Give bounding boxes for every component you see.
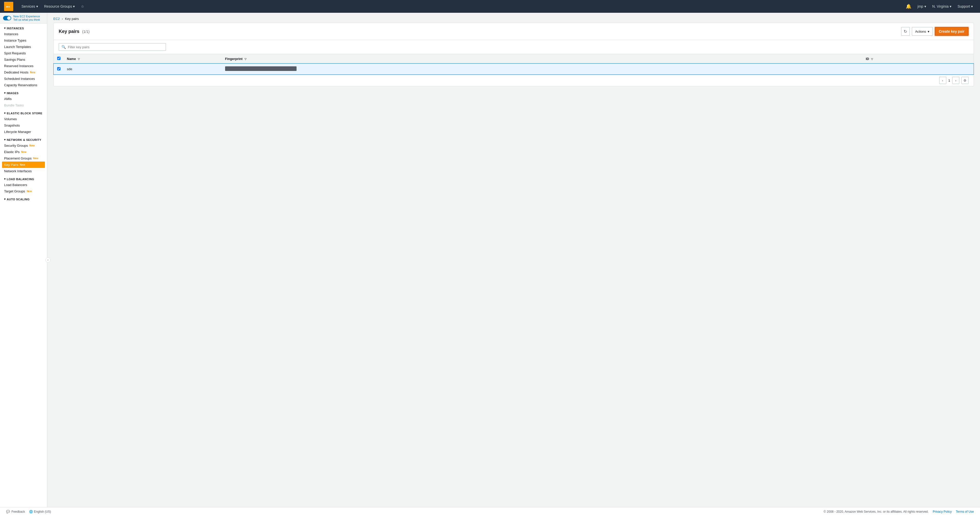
sidebar-item-instance-types[interactable]: Instance Types (0, 37, 47, 44)
footer-right: © 2008 - 2020, Amazon Web Services, Inc.… (824, 510, 974, 513)
breadcrumb-ec2-link[interactable]: EC2 (53, 17, 60, 21)
main-layout: New EC2 Experience Tell us what you thin… (0, 13, 980, 507)
language-selector[interactable]: 🌐 English (US) (29, 510, 51, 513)
aws-logo[interactable]: aws (4, 2, 13, 11)
sidebar-item-key-pairs[interactable]: Key PairsNew (2, 162, 45, 168)
privacy-policy-link[interactable]: Privacy Policy (933, 510, 952, 513)
refresh-button[interactable]: ↻ (901, 27, 910, 36)
favorites-button[interactable]: ☆ (78, 0, 87, 13)
search-input[interactable] (68, 45, 163, 49)
sidebar-item-reserved-instances[interactable]: Reserved Instances (0, 63, 47, 69)
create-key-pair-button[interactable]: Create key pair (935, 27, 969, 36)
sidebar-item-volumes[interactable]: Volumes (0, 116, 47, 122)
select-all-checkbox[interactable] (57, 57, 60, 60)
support-chevron-icon: ▾ (971, 4, 973, 8)
sidebar-item-scheduled-instances[interactable]: Scheduled Instances (0, 76, 47, 82)
sidebar-item-launch-templates[interactable]: Launch Templates (0, 44, 47, 50)
sidebar-item-placement-groups[interactable]: Placement GroupsNew (0, 155, 47, 162)
breadcrumb-separator: › (62, 17, 63, 21)
table-settings-button[interactable]: ⚙ (961, 77, 969, 84)
sidebar-section-images[interactable]: ▾ IMAGES (0, 88, 47, 96)
name-sort-icon: ▽ (78, 58, 80, 61)
table-wrap: Name ▽ Fingerprint ▽ ID ▽ (54, 54, 974, 75)
chevron-down-icon: ▾ (4, 91, 6, 95)
region-menu[interactable]: N. Virginia ▾ (929, 0, 955, 13)
footer: 💬 Feedback 🌐 English (US) © 2008 - 2020,… (0, 507, 980, 516)
row-checkbox-cell (54, 64, 64, 75)
fingerprint-redacted (225, 66, 297, 71)
name-column-header[interactable]: Name ▽ (64, 54, 222, 64)
sidebar-item-bundle-tasks[interactable]: Bundle Tasks (0, 102, 47, 108)
footer-left: 💬 Feedback 🌐 English (US) (6, 510, 51, 513)
sidebar-section-auto-scaling[interactable]: ▾ AUTO SCALING (0, 194, 47, 202)
chevron-down-icon: ▾ (4, 197, 6, 201)
panel-actions: ↻ Actions ▾ Create key pair (901, 27, 969, 36)
sidebar-item-savings-plans[interactable]: Savings Plans (0, 56, 47, 63)
select-all-header (54, 54, 64, 64)
chevron-down-icon: ▾ (4, 177, 6, 181)
sidebar-collapse-button[interactable]: ‹ (45, 258, 51, 263)
table-row[interactable]: sde (54, 64, 974, 75)
panel-header: Key pairs (1/1) ↻ Actions ▾ Create key p… (54, 23, 974, 40)
fingerprint-sort-icon: ▽ (245, 58, 247, 61)
notifications-button[interactable]: 🔔 (903, 0, 915, 13)
copyright-text: © 2008 - 2020, Amazon Web Services, Inc.… (824, 510, 928, 513)
sidebar-item-lifecycle-manager[interactable]: Lifecycle Manager (0, 129, 47, 135)
breadcrumb: EC2 › Key pairs (47, 13, 980, 23)
sidebar-section-instances[interactable]: ▾ INSTANCES (0, 24, 47, 31)
sidebar-item-load-balancers[interactable]: Load Balancers (0, 182, 47, 188)
key-pairs-panel: Key pairs (1/1) ↻ Actions ▾ Create key p… (53, 23, 974, 86)
star-icon: ☆ (81, 4, 84, 8)
toggle-switch-icon (3, 16, 11, 21)
next-page-button[interactable]: › (952, 77, 959, 84)
sidebar-item-instances[interactable]: Instances (0, 31, 47, 37)
resource-groups-chevron-icon: ▾ (73, 4, 75, 8)
sidebar-item-target-groups[interactable]: Target GroupsNew (0, 188, 47, 194)
resource-groups-menu[interactable]: Resource Groups ▾ (41, 0, 78, 13)
actions-chevron-icon: ▾ (928, 30, 929, 33)
sidebar-item-elastic-ips[interactable]: Elastic IPsNew (0, 149, 47, 155)
table-header: Name ▽ Fingerprint ▽ ID ▽ (54, 54, 974, 64)
sidebar-item-network-interfaces[interactable]: Network Interfaces (0, 168, 47, 174)
refresh-icon: ↻ (904, 29, 907, 34)
sidebar-item-amis[interactable]: AMIs (0, 96, 47, 102)
globe-icon: 🌐 (29, 510, 33, 513)
search-bar: 🔍 (54, 40, 974, 54)
sidebar-section-network-security[interactable]: ▾ NETWORK & SECURITY (0, 135, 47, 142)
services-chevron-icon: ▾ (36, 4, 38, 8)
prev-page-button[interactable]: ‹ (939, 77, 946, 84)
row-checkbox[interactable] (57, 67, 60, 70)
top-navigation: aws Services ▾ Resource Groups ▾ ☆ 🔔 jmp… (0, 0, 980, 13)
fingerprint-column-header[interactable]: Fingerprint ▽ (222, 54, 863, 64)
panel-count: (1/1) (82, 30, 89, 34)
new-experience-toggle[interactable]: New EC2 Experience Tell us what you thin… (0, 13, 47, 24)
sidebar-item-spot-requests[interactable]: Spot Requests (0, 50, 47, 56)
panel-title: Key pairs (1/1) (59, 29, 898, 34)
feedback-button[interactable]: 💬 Feedback (6, 510, 25, 513)
aws-logo-icon: aws (4, 2, 13, 11)
actions-button[interactable]: Actions ▾ (912, 27, 933, 36)
prev-page-icon: ‹ (942, 79, 943, 83)
sidebar: New EC2 Experience Tell us what you thin… (0, 13, 47, 507)
sidebar-item-capacity-reservations[interactable]: Capacity Reservations (0, 82, 47, 88)
table-footer: ‹ 1 › ⚙ (54, 75, 974, 86)
sidebar-section-ebs[interactable]: ▾ ELASTIC BLOCK STORE (0, 108, 47, 116)
user-chevron-icon: ▾ (924, 4, 926, 8)
region-chevron-icon: ▾ (950, 4, 951, 8)
support-menu[interactable]: Support ▾ (955, 0, 976, 13)
svg-text:aws: aws (6, 5, 10, 8)
main-content: EC2 › Key pairs Key pairs (1/1) ↻ Action… (47, 13, 980, 507)
chevron-down-icon: ▾ (4, 27, 6, 30)
sidebar-item-dedicated-hosts[interactable]: Dedicated HostsNew (0, 69, 47, 76)
search-input-wrap: 🔍 (59, 43, 166, 51)
chevron-down-icon: ▾ (4, 111, 6, 115)
id-column-header[interactable]: ID ▽ (862, 54, 974, 64)
sidebar-item-security-groups[interactable]: Security GroupsNew (0, 142, 47, 149)
sidebar-item-snapshots[interactable]: Snapshots (0, 122, 47, 129)
user-menu[interactable]: jmp ▾ (915, 0, 929, 13)
key-pairs-table: Name ▽ Fingerprint ▽ ID ▽ (54, 54, 974, 75)
row-fingerprint (222, 64, 863, 75)
terms-of-use-link[interactable]: Terms of Use (956, 510, 974, 513)
sidebar-section-load-balancing[interactable]: ▾ LOAD BALANCING (0, 174, 47, 182)
services-menu[interactable]: Services ▾ (18, 0, 41, 13)
